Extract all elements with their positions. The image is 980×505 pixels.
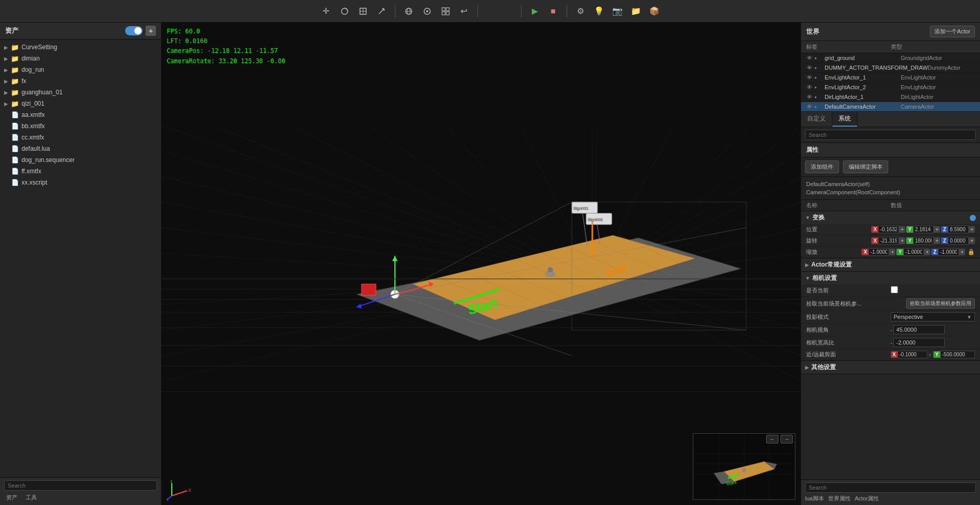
edit-script-btn[interactable]: 编辑绑定脚本 xyxy=(843,160,888,173)
rotation-x-input[interactable] xyxy=(878,237,899,245)
actor-common-header[interactable]: ▶ Actor常规设置 xyxy=(801,258,980,271)
mini-vp-prev-btn[interactable]: ← xyxy=(766,435,778,443)
position-x-input[interactable] xyxy=(878,226,899,233)
scale-tool-btn[interactable] xyxy=(356,4,370,18)
move-tool-btn[interactable]: ✛ xyxy=(319,4,333,18)
eye-icon[interactable]: 👁 xyxy=(804,55,814,61)
fov-input[interactable] xyxy=(893,325,945,334)
light-btn[interactable]: 💡 xyxy=(592,4,606,18)
tree-item-ff[interactable]: 📄 ff.xmtfx xyxy=(0,166,161,177)
tab-system[interactable]: 系统 xyxy=(832,112,857,127)
tree-item-aa[interactable]: 📄 aa.xmtfx xyxy=(0,109,161,120)
fetch-camera-btn[interactable]: 拾取当前场景相机参数应用 xyxy=(906,298,975,309)
position-z-field: Z + xyxy=(941,226,975,233)
scale-y-plus[interactable]: + xyxy=(924,249,930,255)
mini-vp-next-btn[interactable]: → xyxy=(781,435,793,443)
folder-btn[interactable]: 📁 xyxy=(629,4,643,18)
eye-icon[interactable]: 👁 xyxy=(804,74,814,80)
right-bottom-search[interactable] xyxy=(805,482,976,493)
tab-custom[interactable]: 自定义 xyxy=(801,112,832,127)
svg-rect-10 xyxy=(446,8,449,11)
other-settings-header[interactable]: ▶ 其他设置 xyxy=(801,361,980,374)
transform-btn[interactable] xyxy=(374,4,389,18)
assets-add-btn[interactable]: + xyxy=(146,26,156,36)
transform-group-header[interactable]: ▼ 变换 xyxy=(801,211,980,224)
assets-toggle[interactable] xyxy=(125,26,143,35)
tree-item-guanghuan[interactable]: ▶ 📁 guanghuan_01 xyxy=(0,87,161,98)
eye-icon[interactable]: 👁 xyxy=(804,94,814,100)
camera-settings-header[interactable]: ▼ 相机设置 xyxy=(801,272,980,285)
rotation-z-plus[interactable]: + xyxy=(969,237,975,244)
projection-dropdown[interactable]: Perspective ▼ xyxy=(891,312,975,321)
tree-item-curve[interactable]: ▶ 📁 CurveSetting xyxy=(0,42,161,53)
center-viewport[interactable]: Start End Sign001 Sign002 xyxy=(162,23,801,505)
right-search-input[interactable] xyxy=(805,130,976,140)
tree-item-bb[interactable]: 📄 bb.xmtfx xyxy=(0,120,161,132)
grid-btn[interactable] xyxy=(438,4,453,18)
position-z-plus[interactable]: + xyxy=(969,226,975,233)
actor-row-grid-ground[interactable]: 👁 ● grid_ground GroundgridActor xyxy=(801,53,980,63)
other-settings-group: ▶ 其他设置 xyxy=(801,361,980,374)
undo-btn[interactable]: ↩ xyxy=(457,4,471,18)
position-z-input[interactable] xyxy=(948,226,969,233)
file-icon: 📄 xyxy=(10,111,19,119)
scale-x-plus[interactable]: + xyxy=(889,249,895,255)
actor-row-envlight2[interactable]: 👁 ● EnvLightActor_2 EnvLightActor xyxy=(801,83,980,92)
component-item-0[interactable]: DefaultCameraActor(self) xyxy=(806,180,975,188)
settings-btn[interactable]: ⚙ xyxy=(573,4,588,18)
eye-icon[interactable]: 👁 xyxy=(804,84,814,90)
left-tab-assets[interactable]: 资产 xyxy=(4,493,19,502)
bottom-tab-world[interactable]: 世界属性 xyxy=(828,495,851,502)
tree-item-default-lua[interactable]: 📄 default.lua xyxy=(0,143,161,154)
position-y-plus[interactable]: + xyxy=(934,226,940,233)
rotation-y-plus[interactable]: + xyxy=(934,237,940,244)
actor-row-camera[interactable]: 👁 ● DefaultCameraActor CameraActor xyxy=(801,102,980,112)
scale-x-input[interactable] xyxy=(869,248,889,256)
rotation-y-input[interactable] xyxy=(913,237,934,245)
position-y-input[interactable] xyxy=(913,226,934,233)
package-btn[interactable]: 📦 xyxy=(647,4,662,18)
tree-item-dog-run-seq[interactable]: 📄 dog_run.sequencer xyxy=(0,154,161,166)
is-current-checkbox[interactable] xyxy=(891,286,898,293)
eye-icon[interactable]: 👁 xyxy=(804,65,814,71)
globe-btn[interactable] xyxy=(402,4,416,18)
bottom-tab-actor[interactable]: Actor属性 xyxy=(855,495,879,502)
eye-icon[interactable]: 👁 xyxy=(804,104,814,110)
snap-btn[interactable] xyxy=(420,4,434,18)
rotate-tool-btn[interactable] xyxy=(337,4,352,18)
scale-z-plus[interactable]: + xyxy=(959,249,965,255)
actor-row-dummy[interactable]: 👁 ● DUMMY_ACTOR_TRANSFORM_DRAW DummyActo… xyxy=(801,63,980,73)
play-btn[interactable]: ▶ xyxy=(528,4,542,18)
component-item-1[interactable]: CameraComponent(RootComponent) xyxy=(806,188,975,196)
tree-item-xx[interactable]: 📄 xx.xscript xyxy=(0,177,161,188)
tree-item-fx[interactable]: ▶ 📁 fx xyxy=(0,75,161,87)
stop-btn[interactable]: ■ xyxy=(546,4,561,18)
actor-row-envlight1[interactable]: 👁 ● EnvLightActor_1 EnvLightActor xyxy=(801,73,980,83)
assets-title: 资产 xyxy=(5,26,18,35)
tree-item-dimian[interactable]: ▶ 📁 dimian xyxy=(0,53,161,64)
left-search-input[interactable] xyxy=(4,480,157,491)
prop-name-col: 名称 xyxy=(806,201,891,209)
actor-row-dirlight[interactable]: 👁 ● DirLightActor_1 DirLightActor xyxy=(801,92,980,102)
tree-item-qizi[interactable]: ▶ 📁 qizi_001 xyxy=(0,98,161,109)
add-actor-btn[interactable]: 添加一个Actor xyxy=(930,26,975,37)
bottom-tab-lua[interactable]: lua脚本 xyxy=(805,495,824,502)
rotation-z-field: Z + xyxy=(941,237,975,245)
actor-type: CameraActor xyxy=(901,104,977,110)
add-component-btn[interactable]: 添加组件 xyxy=(805,160,839,173)
tree-label: default.lua xyxy=(22,145,50,152)
scale-z-input[interactable] xyxy=(938,248,959,256)
position-x-plus[interactable]: + xyxy=(899,226,905,233)
rotation-z-input[interactable] xyxy=(948,237,969,245)
tree-item-dog_run[interactable]: ▶ 📁 dog_run xyxy=(0,64,161,75)
rotation-x-plus[interactable]: + xyxy=(899,237,905,244)
clip-near-input[interactable] xyxy=(898,351,928,358)
clip-far-input[interactable] xyxy=(941,351,975,358)
left-tab-tools[interactable]: 工具 xyxy=(24,493,39,502)
tree-item-cc[interactable]: 📄 cc.xmtfx xyxy=(0,132,161,143)
scale-y-input[interactable] xyxy=(904,248,924,256)
aspect-input[interactable] xyxy=(893,338,945,347)
position-row: 位置 X + Y + Z + xyxy=(801,224,980,235)
camera-btn[interactable]: 📷 xyxy=(610,4,625,18)
tree-arrow: ▶ xyxy=(4,78,10,84)
